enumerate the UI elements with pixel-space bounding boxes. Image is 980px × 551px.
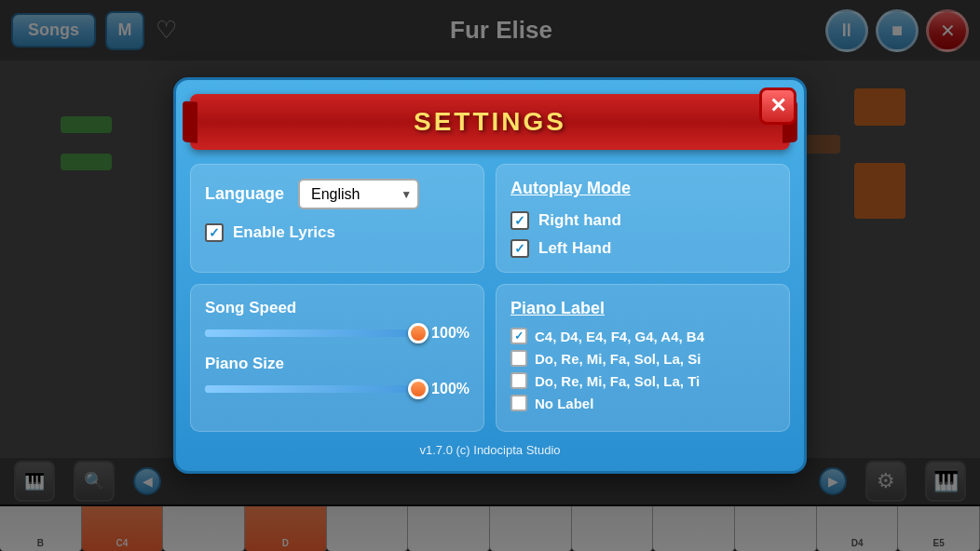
enable-lyrics-row: ✓ Enable Lyrics (205, 223, 470, 242)
language-select[interactable]: English Spanish French German Chinese (298, 179, 419, 209)
label-option2-row: Do, Re, Mi, Fa, Sol, La, Si (510, 350, 775, 367)
autoplay-mode-title: Autoplay Mode (510, 179, 775, 198)
piano-size-value: 100% (428, 381, 470, 397)
settings-footer: v1.7.0 (c) Indocipta Studio (190, 443, 790, 457)
song-speed-fill (205, 329, 418, 337)
settings-panels: Language English Spanish French German C… (190, 164, 790, 432)
language-row: Language English Spanish French German C… (205, 179, 470, 209)
song-speed-value: 100% (428, 325, 470, 342)
piano-size-track (205, 385, 418, 393)
settings-banner: SETTINGS (190, 94, 790, 150)
label-option2-checkbox[interactable] (510, 350, 527, 367)
settings-dialog: ✕ SETTINGS Language English Spanish Fren… (173, 77, 807, 474)
label-option3-checkbox[interactable] (510, 372, 527, 389)
language-label: Language (205, 184, 284, 204)
modal-overlay: ✕ SETTINGS Language English Spanish Fren… (0, 0, 980, 551)
right-hand-row: ✓ Right hand (510, 211, 775, 230)
piano-size-thumb[interactable] (408, 379, 429, 399)
piano-size-slider-row: 100% (205, 381, 470, 397)
speed-size-panel: Song Speed 100% Piano Size 100% (190, 284, 484, 432)
song-speed-track (205, 329, 418, 337)
left-hand-checkbox[interactable]: ✓ (510, 239, 529, 258)
label-option3-row: Do, Re, Mi, Fa, Sol, La, Ti (510, 372, 775, 389)
label-option4-label: No Label (535, 396, 593, 411)
autoplay-panel: Autoplay Mode ✓ Right hand ✓ Left Hand (496, 164, 790, 273)
language-panel: Language English Spanish French German C… (190, 164, 484, 273)
label-option2-label: Do, Re, Mi, Fa, Sol, La, Si (535, 351, 701, 367)
enable-lyrics-label: Enable Lyrics (233, 223, 335, 242)
song-speed-label: Song Speed (205, 299, 470, 317)
label-option3-label: Do, Re, Mi, Fa, Sol, La, Ti (535, 373, 700, 389)
song-speed-slider-row: 100% (205, 325, 470, 342)
label-option1-label: C4, D4, E4, F4, G4, A4, B4 (535, 329, 704, 344)
left-hand-label: Left Hand (538, 239, 611, 258)
right-hand-label: Right hand (538, 211, 621, 230)
label-option4-row: No Label (510, 395, 775, 411)
piano-label-title: Piano Label (510, 299, 775, 318)
label-option4-checkbox[interactable] (510, 395, 527, 411)
song-speed-thumb[interactable] (408, 323, 429, 343)
piano-size-fill (205, 385, 418, 393)
right-hand-checkbox[interactable]: ✓ (510, 211, 529, 230)
piano-label-panel: Piano Label ✓ C4, D4, E4, F4, G4, A4, B4… (496, 284, 790, 432)
settings-close-button[interactable]: ✕ (759, 87, 796, 125)
enable-lyrics-checkbox[interactable]: ✓ (205, 223, 224, 242)
label-option1-checkbox[interactable]: ✓ (510, 328, 527, 344)
left-hand-row: ✓ Left Hand (510, 239, 775, 258)
language-select-wrapper: English Spanish French German Chinese ▼ (298, 179, 419, 209)
label-option1-row: ✓ C4, D4, E4, F4, G4, A4, B4 (510, 328, 775, 344)
piano-size-label: Piano Size (205, 355, 470, 373)
settings-title: SETTINGS (414, 107, 566, 136)
